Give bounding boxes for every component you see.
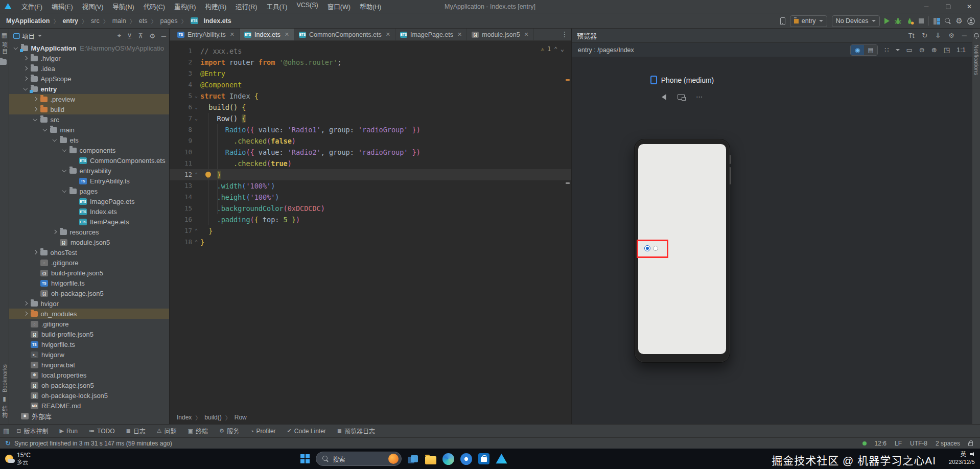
menu-item[interactable]: 导航(N) [108,2,138,11]
menu-item[interactable]: 工具(T) [262,2,292,11]
caret-position[interactable]: 12:6 [875,440,886,447]
editor-breadcrumb-item[interactable]: Row [235,414,247,421]
code-line-17[interactable]: 17⌃ } [170,225,571,237]
tree-item-index-ets[interactable]: ETSIndex.ets [9,206,169,217]
menu-item[interactable]: 帮助(H) [355,2,386,11]
minimize-button[interactable]: ─ [916,0,937,13]
editor-tab-entryability-ts[interactable]: TSEntryAbility.ts✕ [173,29,240,40]
toolwindow-button------[interactable]: ≣预览器日志 [337,427,375,435]
code-line-16[interactable]: 16 .padding({ top: 5 }) [170,214,571,225]
menu-item[interactable]: 编辑(E) [47,2,78,11]
menu-item[interactable]: 窗口(W) [323,2,355,11]
editor-tab-imagepage-ets[interactable]: ETSImagePage.ets✕ [395,29,467,40]
tree-item-build-profile-json5[interactable]: {;}build-profile.json5 [9,329,169,339]
menu-item[interactable]: 运行(R) [231,2,262,11]
more-button-icon[interactable]: ⋯ [696,93,703,101]
tree-item-build[interactable]: build [9,104,169,114]
fold-expanded-icon[interactable]: ⌄ [192,113,200,124]
taskbar-tray[interactable]: 英 2023/12/5 [949,451,975,466]
fold-end-icon[interactable]: ⌃ [192,225,200,237]
menu-item[interactable]: 代码(C) [139,2,170,11]
settings-gear-icon[interactable]: ⚙ [956,16,963,26]
run-button[interactable] [884,18,890,24]
panel-settings-icon[interactable]: ⚙ [149,32,155,40]
tool-window-switcher-icon[interactable]: ▦ [2,32,7,39]
file-encoding[interactable]: UTF-8 [910,440,927,447]
tree-item-hvigor[interactable]: hvigor [9,298,169,309]
chevron-collapsed-icon[interactable] [24,56,28,60]
fold-expanded-icon[interactable]: ⌄ [192,102,200,113]
back-button-icon[interactable] [662,94,666,100]
chevron-collapsed-icon[interactable] [33,250,37,254]
multitask-button-icon[interactable] [678,94,685,100]
taskbar-weather-widget[interactable]: 15°C 多云 [5,452,31,465]
code-line-15[interactable]: 15 .backgroundColor(0xDCDCDC) [170,203,571,214]
editor-tab-module-json5[interactable]: {;}module.json5✕ [467,29,534,40]
tray-date[interactable]: 2023/12/5 [949,458,975,466]
menu-item[interactable]: 视图(V) [78,2,108,11]
breadcrumb-item[interactable]: pages [160,17,177,25]
tree-item-resources[interactable]: resources [9,227,169,237]
fit-screen-icon[interactable]: ◳ [944,46,950,54]
zoom-ratio-label[interactable]: 1:1 [956,46,966,54]
component-inspector-icon[interactable]: ◉ [851,45,864,55]
zoom-out-icon[interactable]: ⊖ [919,46,925,54]
breadcrumb-item[interactable]: Index.ets [204,17,231,25]
chevron-expanded-icon[interactable] [62,148,66,152]
debug-button[interactable] [894,17,902,25]
menu-item[interactable]: VCS(S) [292,2,322,11]
tree-item--preview[interactable]: .preview [9,94,169,104]
toolwindow-button---[interactable]: ≣日志 [126,427,145,435]
tool-windows-icon[interactable] [934,18,940,25]
chevron-expanded-icon[interactable] [62,189,66,193]
browser-icon[interactable] [460,453,472,465]
tree-item-module-json5[interactable]: {;}module.json5 [9,237,169,247]
device-selector[interactable]: No Devices [832,15,880,27]
editor-breadcrumb-item[interactable]: build() [204,414,221,421]
zoom-in-icon[interactable]: ⊕ [931,46,937,54]
tab-close-icon[interactable]: ✕ [230,31,235,38]
notifications-bell-icon[interactable] [973,33,979,39]
toolwindow-button-run[interactable]: ▶Run [60,428,78,435]
tree-item-imagepage-ets[interactable]: ETSImagePage.ets [9,196,169,206]
edge-browser-icon[interactable] [442,453,454,465]
tree-item-pages[interactable]: pages [9,186,169,196]
code-line-18[interactable]: 18⌃} [170,237,571,248]
tree-item----[interactable]: ≣外部库 [9,411,169,421]
font-scale-icon[interactable]: Tt [908,32,915,39]
tab-list-more-icon[interactable]: ⋮ [561,30,568,38]
project-panel-title[interactable]: 项目 [22,31,35,41]
chevron-expanded-icon[interactable] [14,45,18,50]
chevron-collapsed-icon[interactable] [24,66,28,71]
toolwindow-button-profiler[interactable]: ◔Profiler [250,428,276,435]
layers-icon[interactable]: ▤ [864,45,877,55]
chevron-down-icon[interactable] [896,49,900,51]
tree-item--gitignore[interactable]: ◌.gitignore [9,257,169,268]
tab-close-icon[interactable]: ✕ [524,31,529,38]
code-line-13[interactable]: 13 .width('100%') [170,180,571,192]
chevron-expanded-icon[interactable] [33,117,37,121]
code-line-12[interactable]: 12⌃ } [170,169,571,180]
export-icon[interactable]: ⇩ [935,32,941,39]
maximize-button[interactable] [937,0,959,13]
chevron-collapsed-icon[interactable] [33,97,37,101]
file-explorer-icon[interactable] [425,456,436,464]
expand-all-icon[interactable]: ⊻ [127,32,132,40]
chevron-collapsed-icon[interactable] [24,77,28,81]
tree-item-main[interactable]: main [9,125,169,135]
breadcrumb-item[interactable]: entry [62,17,78,25]
menu-item[interactable]: 文件(F) [17,2,47,11]
status-message[interactable]: Sync project finished in 3 m 31 s 147 ms… [14,440,172,447]
editor-tab-commoncomponents-ets[interactable]: ETSCommonComponents.ets✕ [294,29,395,40]
refresh-icon[interactable]: ↻ [922,32,927,39]
code-line-1[interactable]: 1// xxx.ets [170,45,571,57]
grid-view-icon[interactable]: ∷ [884,46,889,54]
chevron-down-icon[interactable] [38,35,42,37]
collapse-all-icon[interactable]: ⊼ [138,32,144,40]
sidebar-tab-bookmarks[interactable]: Bookmarks [2,364,8,392]
tree-item-build-profile-json5[interactable]: {;}build-profile.json5 [9,268,169,278]
code-line-4[interactable]: 4@Component [170,79,571,90]
tree-item-ets[interactable]: ets [9,135,169,145]
toolwindow-button-todo[interactable]: ≔TODO [89,428,114,435]
speaker-icon[interactable] [970,452,975,456]
